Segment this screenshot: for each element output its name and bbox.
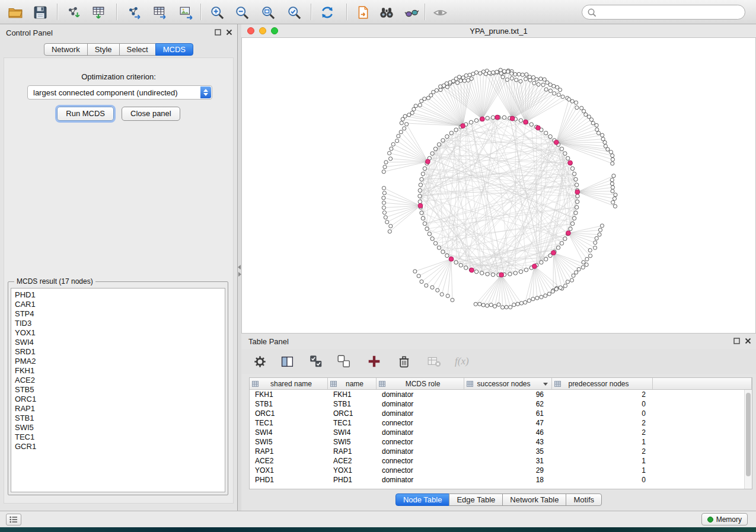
save-session-button[interactable] <box>32 4 49 21</box>
select-all-button checked-boxes-icon[interactable] <box>309 354 323 368</box>
show-hide-columns-button columns-icon[interactable] <box>280 355 294 368</box>
table-cell: STB1 <box>328 399 377 409</box>
import-table-icon <box>91 5 106 20</box>
mcds-result-list[interactable]: PHD1CAR1STP4TID3YOX1SWI4SRD1PMA2FKH1ACE2… <box>11 288 225 492</box>
table-row[interactable]: ACE2ACE2connector311 <box>250 456 752 466</box>
mcds-result-item[interactable]: STB5 <box>15 385 225 395</box>
network-canvas[interactable] <box>241 37 756 334</box>
table-cell: 0 <box>552 409 653 418</box>
mcds-result-item[interactable]: YOX1 <box>15 328 225 338</box>
float-panel-icon[interactable] <box>215 29 221 36</box>
mcds-result-item[interactable]: CAR1 <box>15 300 225 309</box>
mcds-result-item[interactable]: FKH1 <box>15 366 225 376</box>
mcds-result-item[interactable]: PMA2 <box>15 357 225 366</box>
run-mcds-button[interactable]: Run MCDS <box>57 107 114 121</box>
memory-button[interactable]: Memory <box>701 513 748 525</box>
tab-edge-table[interactable]: Edge Table <box>449 493 503 506</box>
table-settings-button gear-icon[interactable] <box>253 355 267 368</box>
table-body: FKH1FKH1dominator962STB1STB1dominator620… <box>250 390 752 485</box>
table-cell: 2 <box>552 428 653 437</box>
table-header-row: shared name name MCDS role successor nod… <box>250 378 752 390</box>
optimization-dropdown[interactable]: largest connected component (undirected) <box>27 85 212 100</box>
dropdown-stepper-icon <box>200 86 211 98</box>
delete-columns-button trash-icon[interactable] <box>397 355 411 368</box>
table-row[interactable]: TEC1TEC1connector472 <box>250 418 752 428</box>
zoom-out-button[interactable] <box>234 4 250 21</box>
table-cell: 35 <box>464 447 552 456</box>
zoom-in-button[interactable] <box>209 4 225 21</box>
mcds-result-item[interactable]: TEC1 <box>15 432 225 442</box>
search-box[interactable] <box>582 5 745 20</box>
tab-network[interactable]: Network <box>44 43 88 56</box>
tab-motifs[interactable]: Motifs <box>566 493 602 506</box>
mcds-result-item[interactable]: SWI4 <box>15 338 225 347</box>
network-graph[interactable] <box>242 38 755 333</box>
column-header-filler <box>653 378 752 390</box>
close-panel-icon[interactable] <box>226 29 232 36</box>
tab-node-table[interactable]: Node Table <box>395 493 450 506</box>
network-nodes[interactable] <box>382 68 617 309</box>
table-row[interactable]: RAP1RAP1dominator352 <box>250 447 752 456</box>
table-row[interactable]: YOX1YOX1connector291 <box>250 466 752 475</box>
column-header-shared-name[interactable]: shared name <box>250 378 328 390</box>
search-input[interactable] <box>599 8 740 17</box>
apply-layout-button[interactable] <box>319 4 336 21</box>
filters-button[interactable] <box>403 4 420 21</box>
show-hide-button[interactable] <box>432 4 448 21</box>
column-header-mcds-role[interactable]: MCDS role <box>377 378 464 390</box>
tab-style[interactable]: Style <box>87 43 120 56</box>
scrollbar-thumb[interactable] <box>746 393 751 476</box>
tab-network-table[interactable]: Network Table <box>502 493 566 506</box>
create-column-button plus-icon[interactable] <box>367 354 381 368</box>
mcds-result-item[interactable]: RAP1 <box>15 404 225 414</box>
collapse-left-icon[interactable] <box>238 265 241 270</box>
mcds-result-item[interactable]: TID3 <box>15 319 225 328</box>
close-panel-button[interactable]: Close panel <box>122 107 180 121</box>
mcds-result-item[interactable]: ACE2 <box>15 376 225 385</box>
table-cell-filler <box>653 390 752 399</box>
open-session-button[interactable] <box>7 4 24 21</box>
zoom-fit-button[interactable] <box>260 4 276 21</box>
table-cell: dominator <box>377 399 464 409</box>
sort-caret-icon[interactable] <box>543 383 548 386</box>
mcds-result-item[interactable]: SRD1 <box>15 347 225 357</box>
export-image-button[interactable] <box>178 4 194 21</box>
zoom-selected-icon <box>287 5 302 20</box>
find-button[interactable] <box>378 4 395 21</box>
export-table-button[interactable] <box>152 4 168 21</box>
close-panel-icon[interactable] <box>745 338 751 344</box>
table-scrollbar[interactable] <box>744 390 752 489</box>
table-cell: ACE2 <box>250 456 328 466</box>
table-cell-filler <box>653 399 752 409</box>
mcds-result-item[interactable]: PHD1 <box>15 290 225 300</box>
mcds-result-item[interactable]: SWI5 <box>15 423 225 432</box>
new-network-from-selection-button[interactable] <box>355 4 371 21</box>
column-header-name[interactable]: name <box>328 378 377 390</box>
table-row[interactable]: ORC1ORC1dominator610 <box>250 409 752 418</box>
table-row[interactable]: SWI5SWI5connector431 <box>250 437 752 447</box>
table-cell: 31 <box>464 456 552 466</box>
import-table-button[interactable] <box>90 4 107 21</box>
zoom-fit-icon <box>261 5 276 20</box>
mcds-result-item[interactable]: STB1 <box>15 414 225 423</box>
network-title: YPA_prune.txt_1 <box>241 27 756 36</box>
import-network-button[interactable] <box>65 4 82 21</box>
column-grid-icon <box>554 381 561 387</box>
table-row[interactable]: STB1STB1dominator620 <box>250 399 752 409</box>
table-cell: dominator <box>377 428 464 437</box>
status-menu-button[interactable] <box>6 514 21 525</box>
table-row[interactable]: SWI4SWI4dominator462 <box>250 428 752 437</box>
column-header-predecessor-nodes[interactable]: predecessor nodes <box>552 378 653 390</box>
tab-select[interactable]: Select <box>119 43 156 56</box>
deselect-all-button unchecked-boxes-icon[interactable] <box>337 354 351 368</box>
mcds-result-item[interactable]: ORC1 <box>15 395 225 404</box>
table-row[interactable]: PHD1PHD1dominator180 <box>250 475 752 485</box>
mcds-result-item[interactable]: STP4 <box>15 309 225 319</box>
export-network-button[interactable] <box>126 4 142 21</box>
zoom-selected-button[interactable] <box>286 4 302 21</box>
mcds-result-item[interactable]: GCR1 <box>15 442 225 451</box>
column-header-successor-nodes[interactable]: successor nodes <box>464 378 552 390</box>
float-panel-icon[interactable] <box>733 338 740 344</box>
tab-mcds[interactable]: MCDS <box>155 43 193 56</box>
table-row[interactable]: FKH1FKH1dominator962 <box>250 390 752 399</box>
